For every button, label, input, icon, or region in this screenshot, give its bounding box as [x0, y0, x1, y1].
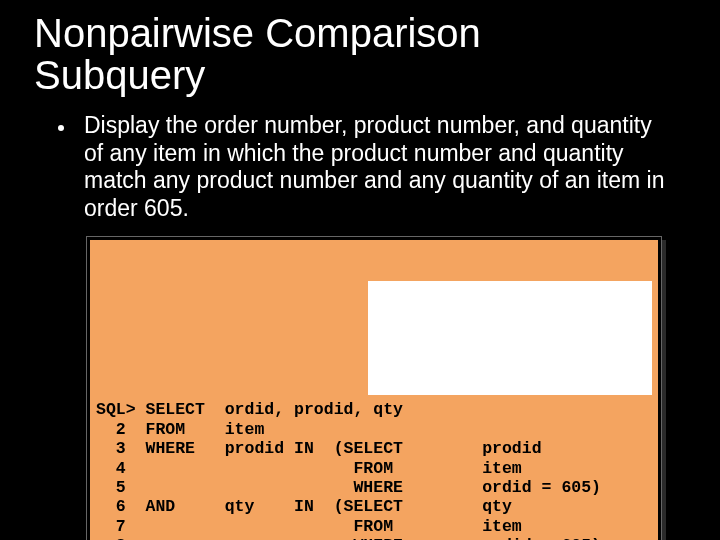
code-line: 7 FROM item [96, 517, 522, 536]
code-line: 5 WHERE ordid = 605) [96, 478, 601, 497]
title-line-1: Nonpairwise Comparison [34, 11, 481, 55]
code-highlight [368, 281, 652, 300]
code-line: 8 WHERE ordid = 605) [96, 536, 601, 540]
title-line-2: Subquery [34, 53, 205, 97]
code-highlight [368, 376, 652, 395]
bullet-item: Display the order number, product number… [58, 112, 672, 222]
slide-title: Nonpairwise Comparison Subquery [34, 12, 686, 96]
code-line: 3 WHERE prodid IN (SELECT prodid [96, 439, 542, 458]
code-line: 2 FROM item [96, 420, 264, 439]
code-highlight [368, 357, 652, 376]
code-block: SQL> SELECT ordid, prodid, qty 2 FROM it… [86, 236, 662, 540]
code-line: 6 AND qty IN (SELECT qty [96, 497, 512, 516]
code-highlight [368, 338, 652, 357]
slide: Nonpairwise Comparison Subquery Display … [0, 0, 720, 540]
bullet-text: Display the order number, product number… [84, 112, 672, 222]
bullet-icon [58, 125, 64, 131]
code-inner: SQL> SELECT ordid, prodid, qty 2 FROM it… [90, 240, 658, 540]
code-line: SQL> SELECT ordid, prodid, qty [96, 400, 403, 419]
code-text: SQL> SELECT ordid, prodid, qty 2 FROM it… [96, 400, 652, 540]
code-line: 4 FROM item [96, 459, 522, 478]
code-highlight [368, 300, 652, 319]
code-highlight [368, 319, 652, 338]
